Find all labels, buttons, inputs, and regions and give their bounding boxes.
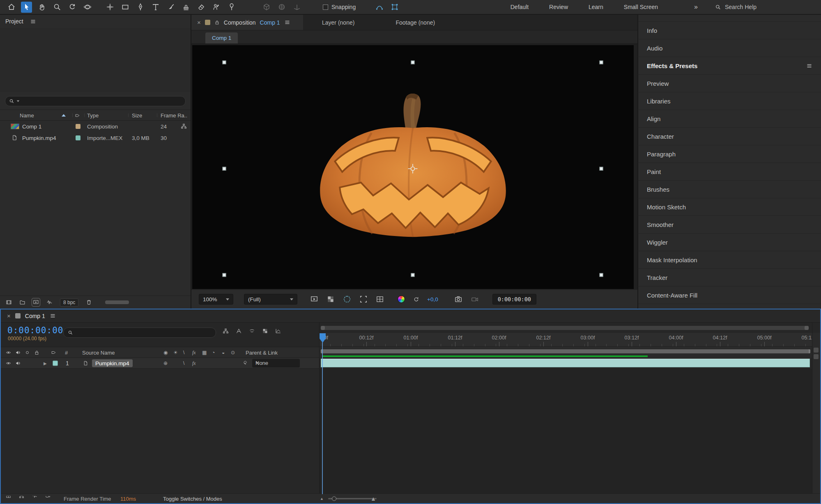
scrollbar-button[interactable]: [814, 354, 819, 359]
reset-exposure-button[interactable]: [411, 294, 421, 305]
world-axis-mode-button[interactable]: [276, 2, 287, 13]
layer-quality-toggle[interactable]: \: [183, 360, 184, 366]
snap-along-edges-button[interactable]: [374, 2, 385, 13]
panel-mask-interpolation[interactable]: Mask Interpolation: [638, 251, 821, 269]
workspace-learn[interactable]: Learn: [589, 4, 603, 10]
type-tool[interactable]: [150, 2, 161, 13]
transparency-grid-button[interactable]: [325, 294, 336, 305]
hand-tool[interactable]: [36, 2, 47, 13]
panel-character[interactable]: Character: [638, 128, 821, 145]
camera-orbit-tool[interactable]: [82, 2, 93, 13]
view-axis-mode-button[interactable]: [291, 2, 302, 13]
composition-mini-flowchart-icon[interactable]: [223, 328, 229, 334]
roto-brush-tool[interactable]: [211, 2, 222, 13]
selection-handle-bottom-center[interactable]: [411, 273, 415, 277]
preview-timecode-field[interactable]: 0:00:00:00: [492, 294, 536, 305]
workspace-small-screen[interactable]: Small Screen: [624, 4, 658, 10]
workspace-overflow-button[interactable]: »: [694, 3, 697, 11]
close-icon[interactable]: ×: [197, 19, 201, 26]
selection-handle-top-center[interactable]: [411, 61, 415, 64]
selection-handle-bottom-right[interactable]: [600, 273, 603, 277]
in-out-pane-icon[interactable]: [45, 496, 51, 501]
panel-paragraph[interactable]: Paragraph: [638, 145, 821, 163]
project-row-comp1[interactable]: Comp 1 Composition 24: [0, 121, 191, 132]
layer-row-1[interactable]: ▶ 1 Pumpkin.mp4 ⊕ \ fx None: [1, 358, 319, 369]
layer-expander-icon[interactable]: ▶: [44, 361, 47, 365]
panel-tracker[interactable]: Tracker: [638, 269, 821, 286]
render-queue-icon[interactable]: [6, 496, 11, 501]
current-time-display[interactable]: 0:00:00:00: [7, 325, 63, 335]
brush-tool[interactable]: [165, 2, 176, 13]
time-navigator[interactable]: [321, 326, 809, 330]
pen-tool[interactable]: [135, 2, 146, 13]
new-composition-icon[interactable]: [33, 299, 39, 305]
exposure-value[interactable]: +0,0: [427, 296, 438, 302]
magnification-dropdown[interactable]: 100%: [199, 294, 233, 305]
timeline-graph-background[interactable]: [319, 369, 812, 494]
column-source-name[interactable]: Source Name: [82, 349, 115, 355]
layer-source-name[interactable]: Pumpkin.mp4: [92, 359, 133, 367]
comp-viewer-tab[interactable]: Comp 1: [205, 32, 238, 44]
label-column-icon[interactable]: [51, 350, 56, 355]
column-parent-link[interactable]: Parent & Link: [246, 349, 278, 355]
panel-preview[interactable]: Preview: [638, 75, 821, 92]
local-axis-mode-button[interactable]: [261, 2, 272, 13]
timeline-zoom-handle[interactable]: [332, 496, 336, 501]
panel-effects-presets[interactable]: Effects & Presets: [638, 57, 821, 75]
frame-blending-icon[interactable]: [262, 328, 268, 334]
layer-fx-toggle[interactable]: fx: [192, 360, 196, 366]
scrollbar-button[interactable]: [814, 348, 819, 353]
channel-color-wheel-icon[interactable]: [398, 296, 405, 303]
tab-composition[interactable]: × Composition Comp 1: [191, 15, 303, 30]
draft-3d-icon[interactable]: [236, 328, 242, 334]
column-size[interactable]: Size: [132, 112, 142, 118]
panel-content-aware-fill[interactable]: Content-Aware Fill: [638, 286, 821, 304]
selection-handle-top-right[interactable]: [600, 61, 603, 64]
timeline-search-input[interactable]: [75, 330, 212, 336]
project-search-input[interactable]: [22, 98, 182, 104]
show-snapshot-button[interactable]: [469, 294, 480, 305]
snapping-toggle[interactable]: Snapping: [323, 4, 356, 10]
list-graph-divider[interactable]: [319, 323, 320, 494]
zoom-tool[interactable]: [51, 2, 62, 13]
workspace-review[interactable]: Review: [549, 4, 568, 10]
rectangle-tool[interactable]: [120, 2, 131, 13]
column-frame-rate[interactable]: Frame Ra..: [161, 112, 187, 118]
panel-smoother[interactable]: Smoother: [638, 216, 821, 234]
home-button[interactable]: [6, 2, 17, 13]
puppet-pin-tool[interactable]: [226, 2, 237, 13]
switches-pane-icon[interactable]: [19, 496, 24, 501]
video-column-icon[interactable]: [6, 350, 11, 355]
time-ruler[interactable]: 0:00f 00:12f 01:00f 01:12f 02:00f 02:12f…: [319, 333, 812, 347]
project-bit-depth-button[interactable]: 8 bpc: [60, 298, 78, 307]
lock-column-icon[interactable]: [34, 350, 39, 355]
selection-tool[interactable]: [21, 2, 32, 13]
tab-layer[interactable]: Layer (none): [322, 15, 354, 30]
layer-duration-bar[interactable]: [321, 359, 810, 367]
solo-column-icon[interactable]: [25, 350, 30, 355]
selection-handle-bottom-left[interactable]: [223, 273, 226, 277]
parent-pickwhip-icon[interactable]: [242, 360, 248, 366]
label-color-swatch[interactable]: [76, 124, 80, 129]
panel-brushes[interactable]: Brushes: [638, 181, 821, 198]
new-folder-icon[interactable]: [19, 299, 25, 305]
panel-motion-sketch[interactable]: Motion Sketch: [638, 198, 821, 216]
region-of-interest-button[interactable]: [358, 294, 369, 305]
adjust-levels-icon[interactable]: [46, 299, 53, 305]
interpret-footage-icon[interactable]: [6, 299, 12, 305]
zoom-in-mountain-icon[interactable]: ▲: [370, 495, 376, 502]
panel-menu-icon[interactable]: [284, 19, 290, 25]
horizontal-scrollbar[interactable]: [105, 300, 129, 304]
column-type[interactable]: Type: [87, 112, 99, 118]
panel-wiggler[interactable]: Wiggler: [638, 234, 821, 251]
timeline-search-field[interactable]: [63, 328, 216, 338]
mask-visibility-button[interactable]: [342, 294, 352, 305]
selection-handle-top-left[interactable]: [223, 61, 226, 64]
panel-info[interactable]: Info: [638, 22, 821, 39]
transfer-controls-icon[interactable]: [32, 496, 37, 501]
graph-editor-icon[interactable]: [275, 328, 281, 334]
take-snapshot-button[interactable]: [453, 294, 464, 305]
panel-menu-icon[interactable]: [806, 63, 812, 69]
toggle-switches-modes-button[interactable]: Toggle Switches / Modes: [163, 495, 222, 502]
timeline-tab-label[interactable]: Comp 1: [25, 313, 45, 319]
